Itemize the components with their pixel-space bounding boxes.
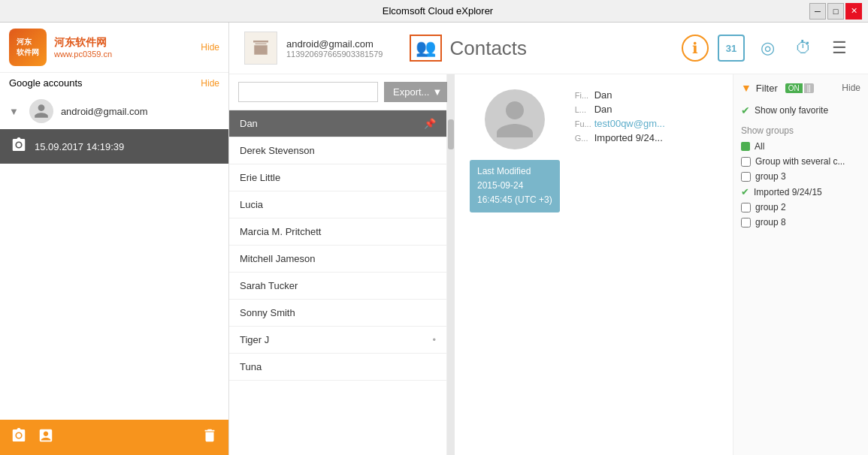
group-item-several[interactable]: Group with several c... [741,154,860,169]
contact-item[interactable]: Tiger J • [229,327,446,354]
top-bar: android@gmail.com 113920697665903381579 … [229,23,868,74]
detail-panel: Last Modified 2015-09-24 16:45:45 (UTC +… [455,74,733,455]
group-item-8[interactable]: group 8 [741,215,860,230]
contact-item[interactable]: Derek Stevenson [229,137,446,164]
window-controls: ─ □ ✕ [809,3,862,20]
group-label-imported: Imported 9/24/15 [754,187,822,197]
contact-item[interactable]: Tuna [229,354,446,381]
group-item-all[interactable]: All [741,139,860,154]
account-id-display: 113920697665903381579 [286,50,383,59]
footer-delete-icon[interactable] [201,427,218,447]
show-only-favorite-label: Show only favorite [755,105,828,116]
meta-row-firstname: Fi... Dan [575,89,665,101]
group-label-3: group 3 [755,171,786,182]
meta-label-fullname: Fu... [575,119,590,128]
filter-hide-link[interactable]: Hide [842,83,860,93]
sync-icon[interactable]: ◎ [754,35,781,62]
contacts-section-icon: 👥 [410,35,442,62]
meta-value-email[interactable]: test00qw@gm... [594,118,665,129]
meta-label-group: G... [575,134,590,143]
meta-label-lastname: L... [575,105,590,114]
sidebar-spacer [0,164,228,420]
account-avatar [244,32,277,65]
contact-item[interactable]: Sarah Tucker [229,273,446,300]
last-modified-time: 16:45:45 (UTC +3) [477,193,552,207]
scrollbar-thumb [448,119,454,149]
sidebar-title: 河东软件网 [54,36,112,50]
footer-actions [11,427,54,447]
group-checkbox-8[interactable] [741,218,751,228]
sidebar-hide-link[interactable]: Hide [201,42,219,53]
contact-name: Mitchell Jameson [240,253,315,264]
logo-text: 河东软件网 [17,37,39,58]
snapshot-date: 15.09.2017 14:19:39 [35,141,124,152]
title-bar: Elcomsoft Cloud eXplorer ─ □ ✕ [0,0,868,23]
filter-panel: ▼ Filter ON || Hide ✔ Show only favorite… [733,74,868,455]
last-modified-date: 2015-09-24 [477,179,552,193]
contact-name: Tiger J [240,334,269,345]
maximize-button[interactable]: □ [827,3,844,20]
last-modified-label: Last Modified [477,164,552,179]
minimize-button[interactable]: ─ [809,3,826,20]
account-info: android@gmail.com 113920697665903381579 [244,32,383,65]
search-input[interactable] [238,82,378,102]
contact-item[interactable]: Marcia M. Pritchett [229,218,446,246]
group-label-2: group 2 [755,202,786,212]
menu-icon[interactable]: ☰ [826,35,853,62]
contacts-list: Dan 📌 Derek Stevenson Erie Little Lucia … [229,110,446,455]
contact-item[interactable]: Mitchell Jameson [229,246,446,273]
group-label-8: group 8 [755,217,786,228]
group-checkbox-2[interactable] [741,203,751,212]
title-bar-title: Elcomsoft Cloud eXplorer [66,5,809,17]
meta-row-fullname: Fu... test00qw@gm... [575,118,665,129]
group-item-imported[interactable]: ✔ Imported 9/24/15 [741,184,860,200]
meta-row-group: G... Imported 9/24... [575,132,665,143]
contacts-panel: Export... ▼ Dan 📌 Derek Stevenson Erie L… [229,74,447,455]
account-item[interactable]: ▼ android@gmail.com [0,93,228,129]
sidebar-logo: 河东软件网 河东软件网 www.pc0359.cn [9,29,112,66]
sidebar-header: 河东软件网 河东软件网 www.pc0359.cn Hide [0,23,228,73]
group-item-2[interactable]: group 2 [741,200,860,215]
contact-item[interactable]: Sonny Smith [229,300,446,327]
clock-icon[interactable]: ⏱ [790,35,817,62]
group-checkbox-3[interactable] [741,172,751,182]
contact-item[interactable]: Erie Little [229,164,446,191]
calendar-icon[interactable]: 31 [718,35,745,62]
meta-row-lastname: L... Dan [575,104,665,115]
filter-label: Filter [756,83,778,94]
contact-meta: Fi... Dan L... Dan Fu... test00qw@gm... … [575,89,665,440]
account-details: android@gmail.com 113920697665903381579 [286,38,383,59]
export-button[interactable]: Export... ▼ [384,82,451,102]
snapshot-item[interactable]: 15.09.2017 14:19:39 [0,129,228,164]
contact-name: Erie Little [240,172,280,183]
contact-avatar-large [485,89,545,149]
close-button[interactable]: ✕ [845,3,862,20]
info-icon[interactable]: ℹ [682,35,709,62]
snapshot-camera-icon [11,137,27,156]
show-groups-label: Show groups [741,125,860,136]
search-bar: Export... ▼ [229,74,446,110]
footer-camera-icon[interactable] [11,427,27,447]
contact-name: Sarah Tucker [240,280,298,291]
sidebar-title-area: 河东软件网 www.pc0359.cn [51,36,112,59]
filter-header: ▼ Filter ON || Hide [741,82,860,94]
footer-add-icon[interactable] [38,427,54,447]
top-bar-tools: ℹ 31 ◎ ⏱ ☰ [682,35,853,62]
contact-item[interactable]: Lucia [229,191,446,218]
contact-item[interactable]: Dan 📌 [229,110,446,137]
group-item-3[interactable]: group 3 [741,169,860,184]
sidebar: 河东软件网 河东软件网 www.pc0359.cn Hide Google ac… [0,23,229,455]
toggle-off-label: || [804,83,814,93]
loading-dot: • [432,334,436,345]
last-modified-box: Last Modified 2015-09-24 16:45:45 (UTC +… [470,160,560,212]
sidebar-footer [0,420,228,455]
group-label-several: Group with several c... [755,156,845,167]
contact-name: Dan [240,118,258,129]
group-checkbox-several[interactable] [741,157,751,167]
show-only-favorite-option[interactable]: ✔ Show only favorite [741,101,860,119]
account-avatar-icon [29,99,53,123]
list-scrollbar[interactable] [447,74,455,455]
filter-toggle[interactable]: ON || [785,83,814,93]
google-accounts-hide[interactable]: Hide [201,78,219,89]
main-content: android@gmail.com 113920697665903381579 … [229,23,868,455]
